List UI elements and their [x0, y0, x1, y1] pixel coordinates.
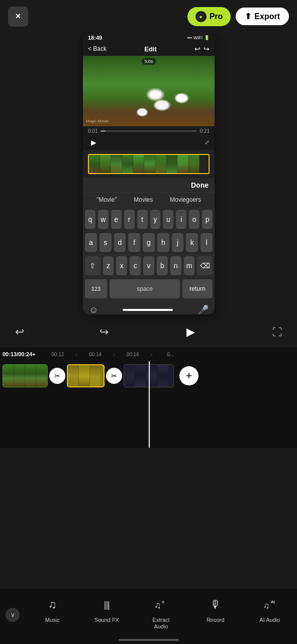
key-i[interactable]: i — [176, 210, 186, 229]
key-b[interactable]: b — [157, 256, 168, 275]
extract-audio-label: ExtractAudio — [152, 617, 169, 630]
toolbar-item-music[interactable]: ♫ Music — [37, 595, 67, 630]
key-t[interactable]: t — [137, 210, 148, 229]
key-w[interactable]: w — [98, 210, 109, 229]
soundfx-label: Sound FX — [94, 617, 119, 623]
nav-icon-2[interactable]: ↪ — [204, 45, 210, 53]
export-button[interactable]: ⬆ Export — [236, 8, 289, 25]
phone-nav: < Back Edit ↩ ↪ — [83, 43, 215, 56]
key-j[interactable]: j — [172, 233, 184, 252]
suggestion-2[interactable]: Moviegoers — [166, 195, 205, 205]
key-f[interactable]: f — [128, 233, 140, 252]
video-background — [83, 56, 215, 126]
ruler-mark-2: 00:16 — [115, 352, 151, 357]
ruler-marks: 00:12 • 00:14 • 00:16 • 0... — [40, 352, 297, 357]
pro-button[interactable]: ● Pro — [187, 7, 231, 26]
key-a[interactable]: a — [85, 233, 97, 252]
key-r[interactable]: r — [124, 210, 135, 229]
play-button-small[interactable]: ▶ — [88, 137, 99, 148]
keyboard: q w e r t y u i o p a s d f g h j k l ⇧ … — [83, 207, 215, 314]
key-x[interactable]: x — [116, 256, 127, 275]
top-bar: × ● Pro ⬆ Export — [0, 0, 297, 33]
key-o[interactable]: o — [189, 210, 200, 229]
toolbar-item-ai-audio[interactable]: ♫ AI AI Audio — [255, 595, 285, 630]
space-key[interactable]: space — [110, 279, 180, 298]
shift-key[interactable]: ⇧ — [85, 256, 101, 275]
scissor-btn-1[interactable]: ✂ — [49, 368, 65, 384]
toolbar-item-record[interactable]: 🎙 Record — [201, 595, 231, 630]
time-end: 0:21 — [200, 128, 210, 134]
export-icon: ⬆ — [245, 12, 251, 21]
undo-button[interactable]: ↩ — [10, 323, 29, 342]
mic-key[interactable]: 🎤 — [197, 304, 209, 314]
video-duration-badge: 5.0s — [141, 58, 156, 65]
key-p[interactable]: p — [202, 210, 213, 229]
numbers-key[interactable]: 123 — [85, 279, 107, 298]
key-g[interactable]: g — [143, 233, 155, 252]
phone-status-bar: 18:49 ▪▪▪ WiFi 🔋 — [83, 33, 215, 43]
progress-bar[interactable] — [101, 130, 196, 132]
keyboard-row-3: ⇧ z x c v b n m ⌫ — [85, 256, 213, 275]
nav-icon-1[interactable]: ↩ — [194, 45, 201, 53]
key-d[interactable]: d — [114, 233, 126, 252]
redo-button[interactable]: ↪ — [94, 323, 114, 342]
key-y[interactable]: y — [150, 210, 161, 229]
add-clip-button[interactable]: + — [179, 366, 199, 385]
toolbar-item-extract-audio[interactable]: ♫ + ExtractAudio — [146, 595, 176, 630]
key-z[interactable]: z — [103, 256, 114, 275]
key-h[interactable]: h — [157, 233, 169, 252]
clip-2[interactable] — [67, 364, 105, 387]
nav-action-icons: ↩ ↪ — [194, 45, 210, 53]
play-button-main[interactable]: ▶ — [178, 320, 203, 344]
svg-text:♫: ♫ — [154, 600, 161, 610]
keyboard-row-4: 123 space return — [85, 279, 213, 298]
done-button[interactable]: Done — [191, 181, 209, 189]
close-button[interactable]: × — [8, 7, 28, 27]
status-time: 18:49 — [88, 35, 102, 41]
key-s[interactable]: s — [100, 233, 112, 252]
return-key[interactable]: return — [182, 279, 213, 298]
extract-audio-icon: ♫ + — [151, 595, 171, 615]
keyboard-row-2: a s d f g h j k l — [85, 233, 213, 252]
svg-text:AI: AI — [271, 600, 275, 604]
timeline-ruler: 00:13/00:24+ 00:12 • 00:14 • 00:16 • 0..… — [0, 347, 297, 361]
music-label: Music — [45, 617, 60, 623]
clip-1[interactable] — [3, 364, 48, 387]
key-c[interactable]: c — [130, 256, 141, 275]
ruler-mark-1: 00:14 — [77, 352, 114, 357]
record-icon: 🎙 — [206, 595, 226, 615]
key-e[interactable]: e — [111, 210, 122, 229]
key-u[interactable]: u — [163, 210, 173, 229]
key-m[interactable]: m — [184, 256, 195, 275]
suggestion-1[interactable]: Movies — [130, 195, 157, 205]
video-preview: 5.0s Magic Movie — [83, 56, 215, 126]
home-indicator — [119, 639, 179, 641]
suggestion-0[interactable]: "Movie" — [92, 195, 121, 205]
play-row: ▶ ⤢ — [83, 136, 215, 150]
key-q[interactable]: q — [85, 210, 95, 229]
key-n[interactable]: n — [170, 256, 181, 275]
scissor-btn-2[interactable]: ✂ — [106, 368, 122, 384]
pro-icon: ● — [195, 11, 207, 22]
toolbar-items: ♫ Music ||| Sound FX ♫ + ExtractAudio 🎙 … — [25, 595, 297, 630]
playhead — [149, 361, 150, 448]
emoji-key[interactable]: ☺ — [89, 305, 98, 315]
ai-audio-label: AI Audio — [259, 617, 280, 623]
toolbar-item-soundfx[interactable]: ||| Sound FX — [91, 595, 122, 630]
key-v[interactable]: v — [143, 256, 154, 275]
timeline-area: 00:13/00:24+ 00:12 • 00:14 • 00:16 • 0..… — [0, 347, 297, 448]
fullscreen-button[interactable]: ⛶ — [268, 323, 287, 342]
back-button[interactable]: < Back — [88, 45, 107, 52]
music-icon: ♫ — [42, 595, 62, 615]
record-label: Record — [207, 617, 224, 623]
key-k[interactable]: k — [186, 233, 198, 252]
svg-text:+: + — [161, 599, 165, 606]
key-l[interactable]: l — [201, 233, 213, 252]
backspace-key[interactable]: ⌫ — [197, 256, 213, 275]
collapse-button[interactable]: ∨ — [0, 595, 25, 635]
video-watermark: Magic Movie — [86, 119, 109, 123]
ai-audio-icon: ♫ AI — [260, 595, 280, 615]
done-row: Done — [83, 178, 215, 192]
fullscreen-icon-phone[interactable]: ⤢ — [205, 139, 210, 146]
soundfx-icon: ||| — [96, 595, 117, 615]
